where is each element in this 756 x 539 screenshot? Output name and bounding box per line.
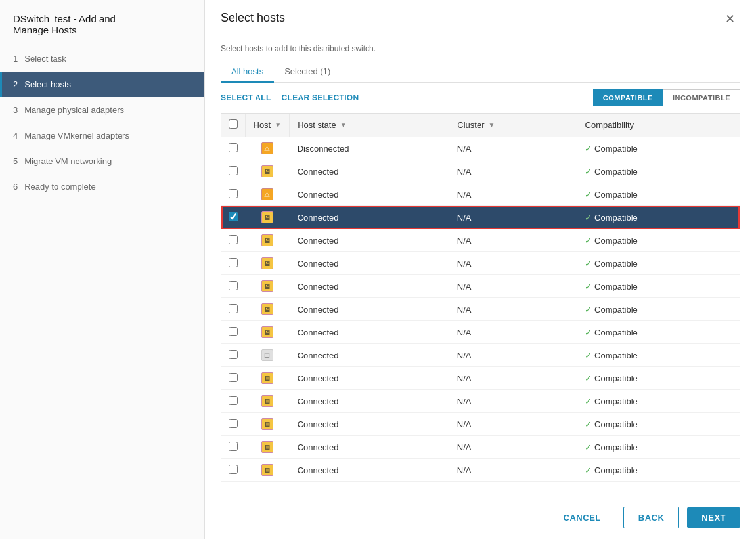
row-compatibility-7: ✓Compatible (577, 298, 740, 321)
row-checkbox-7[interactable] (229, 304, 238, 313)
sidebar-item-6[interactable]: 6 Ready to complete (0, 174, 204, 200)
row-checkbox-3[interactable] (229, 212, 238, 221)
compatible-button[interactable]: COMPATIBLE (593, 89, 663, 106)
row-cluster-14: N/A (449, 459, 577, 482)
cancel-button[interactable]: CANCEL (549, 507, 615, 528)
back-button[interactable]: BACK (623, 507, 680, 528)
select-all-checkbox[interactable] (229, 119, 238, 129)
row-icon-cell-8: 🖥 (245, 321, 290, 344)
row-icon-cell-11: 🖥 (245, 390, 290, 413)
row-icon-cell-6: 🖥 (245, 275, 290, 298)
row-checkbox-cell-6 (221, 275, 245, 298)
sidebar-nav: 1 Select task 2 Select hosts 3 Manage ph… (0, 46, 204, 200)
row-icon-cell-14: 🖥 (245, 459, 290, 482)
table-row[interactable]: 🖥 Connected N/A ✓Compatible (221, 160, 740, 183)
table-row[interactable]: 🖥 Connected N/A ✓Compatible (221, 413, 740, 436)
tab-1[interactable]: Selected (1) (274, 61, 341, 83)
select-all-link[interactable]: SELECT ALL (221, 93, 271, 102)
table-row[interactable]: ⚠ Connected N/A ✓Compatible (221, 183, 740, 206)
row-checkbox-14[interactable] (229, 465, 238, 474)
table-row[interactable]: 🖥 Connected N/A ✓Compatible (221, 367, 740, 390)
sidebar-item-2[interactable]: 2 Select hosts (0, 72, 204, 97)
row-host-state-2: Connected (290, 183, 449, 206)
row-checkbox-11[interactable] (229, 396, 238, 405)
host-filter-icon[interactable]: ▼ (275, 121, 281, 129)
clear-selection-link[interactable]: CLEAR SELECTION (282, 93, 359, 102)
row-icon-cell-10: 🖥 (245, 367, 290, 390)
row-checkbox-13[interactable] (229, 442, 238, 451)
check-icon-4: ✓ (585, 236, 592, 246)
row-cluster-8: N/A (449, 321, 577, 344)
row-host-state-12: Connected (290, 413, 449, 436)
row-icon-cell-4: 🖥 (245, 229, 290, 252)
row-checkbox-10[interactable] (229, 373, 238, 382)
sidebar-item-3[interactable]: 3 Manage physical adapters (0, 97, 204, 123)
table-row[interactable]: 🖥 Connected N/A ✓Compatible (221, 298, 740, 321)
row-checkbox-8[interactable] (229, 327, 238, 336)
row-checkbox-0[interactable] (229, 143, 238, 152)
sidebar-item-label-6: Ready to complete (24, 182, 95, 192)
row-checkbox-9[interactable] (229, 350, 238, 359)
row-cluster-15: N/A (449, 482, 577, 486)
cluster-filter-icon[interactable]: ▼ (489, 121, 495, 129)
host-col-header: Host ▼ (245, 114, 290, 137)
row-icon-cell-15: 🖥 (245, 482, 290, 486)
sidebar-item-4[interactable]: 4 Manage VMkernel adapters (0, 123, 204, 148)
table-row[interactable]: 🖥 Connected N/A ✓Compatible (221, 459, 740, 482)
check-icon-2: ✓ (585, 190, 592, 200)
table-row[interactable]: 🖥 Connected N/A ✓Compatible (221, 229, 740, 252)
row-cluster-6: N/A (449, 275, 577, 298)
table-row[interactable]: ⚠ Disconnected N/A ✓Compatible (221, 137, 740, 160)
table-row[interactable]: 🖥 Connected N/A ✓Compatible (221, 321, 740, 344)
row-compatibility-6: ✓Compatible (577, 275, 740, 298)
sidebar-item-number-3: 3 (13, 105, 18, 115)
row-host-state-0: Disconnected (290, 137, 449, 160)
row-checkbox-1[interactable] (229, 166, 238, 175)
sidebar-item-1[interactable]: 1 Select task (0, 46, 204, 72)
table-row[interactable]: 🖥 Connected N/A ✓Compatible (221, 390, 740, 413)
row-compatibility-15: ✓Compatible (577, 482, 740, 486)
row-checkbox-4[interactable] (229, 235, 238, 244)
row-host-state-1: Connected (290, 160, 449, 183)
tab-0[interactable]: All hosts (221, 61, 274, 83)
table-row[interactable]: 🖥 Connected N/A ✓Compatible (221, 275, 740, 298)
sidebar-item-label-4: Manage VMkernel adapters (24, 131, 129, 140)
row-cluster-1: N/A (449, 160, 577, 183)
host-state-filter-icon[interactable]: ▼ (340, 121, 347, 129)
row-checkbox-cell-0 (221, 137, 245, 160)
host-state-col-header: Host state ▼ (290, 114, 449, 137)
row-checkbox-cell-4 (221, 229, 245, 252)
row-checkbox-2[interactable] (229, 189, 238, 198)
table-row[interactable]: 🖥 Connected N/A ✓Compatible (221, 206, 740, 229)
check-icon-5: ✓ (585, 259, 592, 269)
sidebar-item-5[interactable]: 5 Migrate VM networking (0, 148, 204, 174)
incompatible-button[interactable]: INCOMPATIBLE (663, 89, 740, 106)
row-cluster-3: N/A (449, 206, 577, 229)
row-checkbox-cell-11 (221, 390, 245, 413)
row-compatibility-0: ✓Compatible (577, 137, 740, 160)
check-icon-11: ✓ (585, 397, 592, 406)
row-checkbox-12[interactable] (229, 419, 238, 428)
row-icon-cell-13: 🖥 (245, 436, 290, 459)
table-row[interactable]: 🖥 Connected N/A ✓Compatible (221, 436, 740, 459)
check-icon-3: ✓ (585, 213, 592, 223)
row-checkbox-5[interactable] (229, 258, 238, 267)
sidebar-item-number-4: 4 (13, 131, 18, 140)
table-row[interactable]: 🖥 Connected N/A ✓Compatible (221, 482, 740, 486)
row-compatibility-9: ✓Compatible (577, 344, 740, 367)
panel-header: Select hosts ✕ (205, 0, 756, 33)
row-host-state-7: Connected (290, 298, 449, 321)
hosts-table-container: Host ▼ Host state ▼ (221, 113, 740, 485)
row-compatibility-13: ✓Compatible (577, 436, 740, 459)
check-icon-8: ✓ (585, 328, 592, 337)
next-button[interactable]: NEXT (687, 507, 740, 528)
table-row[interactable]: ☐ Connected N/A ✓Compatible (221, 344, 740, 367)
row-cluster-0: N/A (449, 137, 577, 160)
row-compatibility-11: ✓Compatible (577, 390, 740, 413)
close-button[interactable]: ✕ (720, 11, 740, 28)
sidebar-title: DSwitch_test - Add and Manage Hosts (0, 0, 204, 46)
row-cluster-11: N/A (449, 390, 577, 413)
table-row[interactable]: 🖥 Connected N/A ✓Compatible (221, 252, 740, 275)
row-compatibility-12: ✓Compatible (577, 413, 740, 436)
row-checkbox-6[interactable] (229, 281, 238, 290)
